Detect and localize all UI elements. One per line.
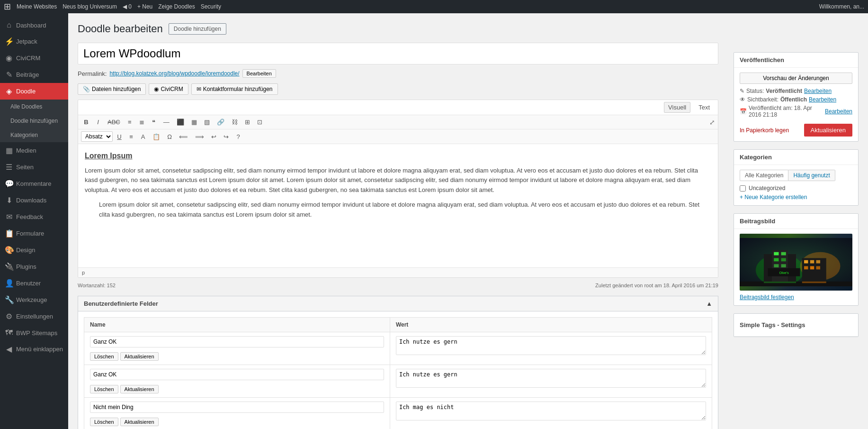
cf-value-textarea-1[interactable]: Ich nutze es gern <box>396 369 706 388</box>
admin-bar-item[interactable]: + Neu <box>137 3 152 10</box>
cf-name-input-1[interactable] <box>90 369 384 380</box>
civicrm-button[interactable]: ◉ CiviCRM <box>149 83 188 95</box>
sidebar-item-medien[interactable]: ▦ Medien <box>0 142 68 159</box>
civicrm-icon: ◉ <box>5 54 13 63</box>
align-right-button[interactable]: ▧ <box>201 117 213 127</box>
ol-button[interactable]: ≣ <box>136 117 147 127</box>
admin-bar-item[interactable]: Neus blog Universum <box>63 3 117 10</box>
sidebar-item-alle-doodles[interactable]: Alle Doodles <box>0 100 68 114</box>
indent-increase-button[interactable]: ⟹ <box>192 132 207 142</box>
svg-rect-20 <box>816 266 821 270</box>
indent-decrease-button[interactable]: ⟸ <box>176 132 191 142</box>
sidebar-item-plugins[interactable]: 🔌 Plugins <box>0 258 68 275</box>
sidebar-item-downloads[interactable]: ⬇ Downloads <box>0 192 68 209</box>
publish-date-edit-link[interactable]: Bearbeiten <box>825 108 852 115</box>
sidebar-item-doodle-hinzufuegen[interactable]: Doodle hinzufügen <box>0 114 68 128</box>
uncategorized-checkbox[interactable] <box>740 185 746 192</box>
underline-button[interactable]: U <box>114 132 125 142</box>
fullscreen-button[interactable]: ⊡ <box>254 117 265 127</box>
sidebar-item-kommentare[interactable]: 💬 Kommentare <box>0 175 68 192</box>
publish-box-header[interactable]: Veröffentlichen <box>734 53 858 68</box>
kontaktformular-button[interactable]: ✉ Kontaktformular hinzufügen <box>191 83 278 95</box>
hr-button[interactable]: — <box>161 117 172 127</box>
submenu-label: Doodle hinzufügen <box>10 118 58 124</box>
expand-icon[interactable]: ⤢ <box>709 119 715 126</box>
cf-value-textarea-0[interactable]: Ich nutze es gern <box>396 336 706 355</box>
trash-button[interactable]: In Papierkorb legen <box>740 127 789 134</box>
align-justify-button[interactable]: ≡ <box>126 132 136 142</box>
categories-box-body: Alle Kategorien Häufig genutzt Uncategor… <box>734 165 858 205</box>
sidebar-item-label: Einstellungen <box>16 313 53 320</box>
sidebar-item-seiten[interactable]: ☰ Seiten <box>0 159 68 175</box>
link-button[interactable]: 🔗 <box>214 117 227 127</box>
col-name: Name <box>84 318 390 332</box>
dateien-button[interactable]: 📎 Dateien hinzufügen <box>78 83 146 95</box>
text-color-button[interactable]: A <box>138 132 148 142</box>
cat-tab-frequent[interactable]: Häufig genutzt <box>788 170 835 181</box>
cf-name-input-2[interactable] <box>90 402 384 413</box>
permalink-link[interactable]: http://blog.kolatzek.org/blog/wpdoodle/l… <box>109 70 239 77</box>
set-featured-image-link[interactable]: Beitragsbild festlegen <box>740 294 794 301</box>
insert-button[interactable]: ⊞ <box>242 117 253 127</box>
add-doodle-button[interactable]: Doodle hinzufügen <box>169 23 226 35</box>
cf-name-input-0[interactable] <box>90 336 384 347</box>
sidebar-item-bwp-sitemaps[interactable]: 🗺 BWP Sitemaps <box>0 325 68 341</box>
italic-button[interactable]: I <box>93 117 103 127</box>
sidebar-item-benutzer[interactable]: 👤 Benutzer <box>0 275 68 292</box>
cf-delete-button-0[interactable]: Löschen <box>90 352 118 361</box>
cat-tab-all[interactable]: Alle Kategorien <box>740 170 788 181</box>
editor-body[interactable]: Lorem Ipsum Lorem ipsum dolor sit amet, … <box>78 144 718 267</box>
cf-value-textarea-2[interactable]: Ich mag es nicht <box>396 402 706 420</box>
sidebar-item-menu-einklappen[interactable]: ◀ Menü einklappen <box>0 341 68 357</box>
sidebar-item-formulare[interactable]: 📋 Formulare <box>0 225 68 242</box>
format-select[interactable]: Absatz <box>81 131 113 142</box>
status-edit-link[interactable]: Bearbeiten <box>804 88 832 94</box>
new-category-link[interactable]: + Neue Kategorie erstellen <box>740 194 807 201</box>
tab-text[interactable]: Text <box>694 102 714 113</box>
blockquote-button[interactable]: ❝ <box>149 117 159 127</box>
sidebar-item-doodle[interactable]: ◈ Doodle <box>0 83 68 100</box>
unlink-button[interactable]: ⛓ <box>229 117 241 127</box>
permalink-edit-button[interactable]: Bearbeiten <box>242 69 276 78</box>
cf-update-button-0[interactable]: Aktualisieren <box>120 352 159 361</box>
custom-fields-header[interactable]: Benutzerdefinierte Felder ▲ <box>78 296 718 311</box>
sidebar-item-werkzeuge[interactable]: 🔧 Werkzeuge <box>0 292 68 308</box>
admin-bar-item[interactable]: Zeige Doodles <box>158 3 195 10</box>
cf-update-button-1[interactable]: Aktualisieren <box>120 385 159 393</box>
align-center-button[interactable]: ▦ <box>188 117 200 127</box>
sidebar-item-feedback[interactable]: ✉ Feedback <box>0 209 68 225</box>
ul-button[interactable]: ≡ <box>125 117 135 127</box>
visibility-edit-link[interactable]: Bearbeiten <box>809 96 836 103</box>
paste-button[interactable]: 📋 <box>150 132 163 142</box>
admin-bar-item[interactable]: ◀ 0 <box>123 3 132 10</box>
sidebar-item-dashboard[interactable]: ⌂ Dashboard <box>0 17 68 33</box>
align-left-button[interactable]: ⬛ <box>174 117 187 127</box>
post-title-input[interactable] <box>78 43 718 64</box>
simple-tags-header[interactable]: Simple Tags - Settings <box>734 314 858 337</box>
sidebar-item-kategorien[interactable]: Kategorien <box>0 128 68 142</box>
sidebar-item-jetpack[interactable]: ⚡ Jetpack <box>0 33 68 50</box>
strikethrough-button[interactable]: ABC <box>105 117 123 127</box>
cf-delete-button-1[interactable]: Löschen <box>90 385 118 393</box>
undo-button[interactable]: ↩ <box>208 132 219 142</box>
special-chars-button[interactable]: Ω <box>164 132 175 142</box>
featured-image-header[interactable]: Beitragsbild <box>734 214 858 229</box>
categories-title: Kategorien <box>740 154 772 161</box>
categories-box-header[interactable]: Kategorien <box>734 150 858 165</box>
redo-button[interactable]: ↪ <box>221 132 232 142</box>
cf-delete-button-2[interactable]: Löschen <box>90 418 118 426</box>
wp-logo-icon[interactable]: ⊞ <box>4 1 11 12</box>
sidebar-item-design[interactable]: 🎨 Design <box>0 242 68 258</box>
admin-bar-item[interactable]: Meine Websites <box>17 3 57 10</box>
sidebar-item-civicrm[interactable]: ◉ CiviCRM <box>0 50 68 66</box>
aktualisieren-button[interactable]: Aktualisieren <box>804 124 852 137</box>
tab-visual[interactable]: Visuell <box>664 102 690 113</box>
bold-button[interactable]: B <box>81 117 91 127</box>
help-button[interactable]: ? <box>233 132 243 142</box>
editor-content-p2: Lorem ipsum dolor sit amet, consetetur s… <box>99 200 711 220</box>
sidebar-item-beitraege[interactable]: ✎ Beiträge <box>0 66 68 83</box>
cf-update-button-2[interactable]: Aktualisieren <box>120 418 159 426</box>
preview-button[interactable]: Vorschau der Änderungen <box>740 73 852 84</box>
admin-bar-item[interactable]: Security <box>201 3 221 10</box>
sidebar-item-einstellungen[interactable]: ⚙ Einstellungen <box>0 308 68 325</box>
